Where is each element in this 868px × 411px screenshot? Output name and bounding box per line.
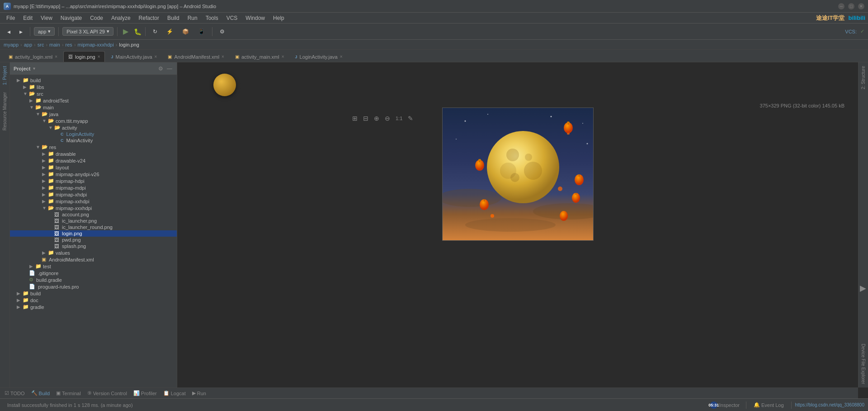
back-nav-button[interactable]: ◂ <box>4 27 14 37</box>
gear-icon[interactable]: ⚙ <box>157 65 164 73</box>
tab-close-login-png[interactable]: × <box>98 54 100 59</box>
tree-item-build-gradle[interactable]: ⚙ build.gradle <box>10 276 177 283</box>
todo-button[interactable]: ☑ TODO <box>2 389 28 397</box>
menu-run[interactable]: Run <box>184 14 201 22</box>
tree-item-mipmap-xhdpi[interactable]: ▶ 📁 mipmap-xhdpi <box>10 191 177 198</box>
minimize-button[interactable]: ─ <box>838 3 844 9</box>
project-chevron-icon[interactable]: ▾ <box>33 66 35 71</box>
close-button[interactable]: ✕ <box>858 3 864 9</box>
zoom-out-button[interactable]: ⊖ <box>383 114 392 123</box>
app-selector[interactable]: app ▾ <box>34 27 55 36</box>
tree-item-account-png[interactable]: 🖼 account.png <box>10 211 177 218</box>
tree-item-androidmanifest-xml[interactable]: ▣ AndroidManifest.xml <box>10 256 177 263</box>
tree-item-ic-launcher[interactable]: 🖼 ic_launcher.png <box>10 218 177 224</box>
menu-navigate[interactable]: Navigate <box>57 14 85 22</box>
tree-item-java[interactable]: ▼ 📂 java <box>10 111 177 117</box>
tree-item-build-root[interactable]: ▶ 📁 build <box>10 77 177 84</box>
menu-edit[interactable]: Edit <box>19 14 36 22</box>
url-link[interactable]: https://blog.csdn.net/qq_33608800 <box>795 402 864 407</box>
profile-button[interactable]: ⚡ <box>163 27 177 36</box>
tree-item-drawable-v24[interactable]: ▶ 📁 drawable-v24 <box>10 157 177 164</box>
tree-item-activity[interactable]: ▼ 📂 activity <box>10 124 177 131</box>
terminal-button[interactable]: ▣ Terminal <box>53 389 84 397</box>
grid-button[interactable]: ⊟ <box>361 114 370 123</box>
device-file-explorer-tab[interactable]: Device File Explorer <box>859 340 867 388</box>
tree-item-main[interactable]: ▼ 📂 main <box>10 104 177 111</box>
menu-tools[interactable]: Tools <box>202 14 222 22</box>
tree-item-gitignore[interactable]: 📄 .gitignore <box>10 270 177 276</box>
tree-item-doc[interactable]: ▶ 📁 doc <box>10 297 177 304</box>
menu-window[interactable]: Window <box>242 14 269 22</box>
tree-item-test[interactable]: ▶ 📁 test <box>10 263 177 270</box>
breadcrumb-src[interactable]: src <box>38 42 44 47</box>
tree-item-build2[interactable]: ▶ 📁 build <box>10 290 177 297</box>
tab-close-loginactivity[interactable]: × <box>340 54 343 59</box>
tree-item-login-png[interactable]: 🖼 login.png <box>10 230 177 237</box>
menu-refactor[interactable]: Refactor <box>135 14 163 22</box>
tree-item-mainactivity[interactable]: C MainActivity <box>10 137 177 144</box>
breadcrumb-res[interactable]: res <box>66 42 72 47</box>
tab-loginactivity-java[interactable]: J LoginActivity.java × <box>290 51 348 62</box>
tree-item-splash-png[interactable]: 🖼 splash.png <box>10 243 177 249</box>
tab-close-activity-main[interactable]: × <box>282 54 284 59</box>
tree-item-res[interactable]: ▼ 📂 res <box>10 144 177 150</box>
tab-close-androidmanifest[interactable]: × <box>222 54 224 59</box>
settings-button[interactable]: ⚙ <box>216 27 228 36</box>
menu-vcs[interactable]: VCS <box>223 14 241 22</box>
sync-button[interactable]: ↻ <box>149 27 161 36</box>
breadcrumb-mipmap-xxxhdpi[interactable]: mipmap-xxxhdpi <box>78 42 114 47</box>
build-button[interactable]: 🔨 Build <box>28 389 52 397</box>
fit-window-button[interactable]: ⊞ <box>350 114 359 123</box>
tree-item-drawable[interactable]: ▶ 📁 drawable <box>10 150 177 157</box>
debug-button[interactable]: 🐛 <box>134 28 142 35</box>
tab-close-mainactivity[interactable]: × <box>155 54 157 59</box>
menu-build[interactable]: Build <box>164 14 183 22</box>
tab-mainactivity-java[interactable]: J MainActivity.java × <box>106 51 162 62</box>
project-panel-tab[interactable]: 1: Project <box>0 62 9 89</box>
tree-item-mipmap-xxxhdpi[interactable]: ▼ 📂 mipmap-xxxhdpi <box>10 205 177 211</box>
event-log-button[interactable]: 🔔 Event Log <box>750 401 788 409</box>
breadcrumb-main[interactable]: main <box>49 42 60 47</box>
menu-help[interactable]: Help <box>269 14 288 22</box>
menu-view[interactable]: View <box>37 14 56 22</box>
tree-item-mipmap-anydpi[interactable]: ▶ 📁 mipmap-anydpi-v26 <box>10 171 177 177</box>
menu-analyze[interactable]: Analyze <box>108 14 134 22</box>
tree-item-layout[interactable]: ▶ 📁 layout <box>10 164 177 171</box>
resource-manager-tab[interactable]: Resource Manager <box>0 89 9 134</box>
tree-item-gradle[interactable]: ▶ 📁 gradle <box>10 304 177 310</box>
forward-nav-button[interactable]: ▸ <box>16 27 26 37</box>
tree-item-values[interactable]: ▶ 📁 values <box>10 249 177 256</box>
menu-file[interactable]: File <box>3 14 19 22</box>
tree-item-proguard[interactable]: 📄 proguard-rules.pro <box>10 283 177 290</box>
breadcrumb-myapp[interactable]: myapp <box>4 42 19 47</box>
tree-item-comttitmyapp[interactable]: ▼ 📂 com.ttit.myapp <box>10 117 177 124</box>
run-button[interactable]: ▶ <box>121 26 130 37</box>
tree-item-pwd-png[interactable]: 🖼 pwd.png <box>10 237 177 243</box>
avd-manager-button[interactable]: 📱 <box>194 27 208 36</box>
logcat-button[interactable]: 📋 Logcat <box>160 389 189 397</box>
tree-item-mipmap-hdpi[interactable]: ▶ 📁 mipmap-hdpi <box>10 177 177 184</box>
tab-activity-login[interactable]: ▣ activity_login.xml × <box>4 51 62 62</box>
edit-button[interactable]: ✎ <box>406 114 415 123</box>
tree-item-libs[interactable]: ▶ 📁 libs <box>10 84 177 90</box>
zoom-in-button[interactable]: ⊕ <box>372 114 381 123</box>
tree-item-mipmap-xxhdpi[interactable]: ▶ 📁 mipmap-xxhdpi <box>10 198 177 205</box>
menu-code[interactable]: Code <box>86 14 107 22</box>
tree-item-androidtest[interactable]: ▶ 📁 androidTest <box>10 97 177 104</box>
device-selector[interactable]: Pixel 3 XL API 29 ▾ <box>62 27 113 36</box>
sdk-manager-button[interactable]: 📦 <box>179 27 193 36</box>
profiler-button[interactable]: 📊 Profiler <box>131 389 160 397</box>
run-tool-button[interactable]: ▶ Run <box>189 389 209 397</box>
hide-icon[interactable]: — <box>166 65 173 73</box>
tab-close-activity-login[interactable]: × <box>55 54 57 59</box>
inspector-button[interactable]: 05:31 Inspector <box>708 401 742 410</box>
tab-login-png[interactable]: 🖼 login.png × <box>63 51 105 62</box>
tree-item-ic-launcher-round[interactable]: 🖼 ic_launcher_round.png <box>10 224 177 230</box>
tab-activity-main-xml[interactable]: ▣ activity_main.xml × <box>230 51 289 62</box>
tree-item-loginactivity[interactable]: C LoginActivity <box>10 131 177 137</box>
version-control-button[interactable]: ⑨ Version Control <box>85 389 130 397</box>
tree-item-mipmap-mdpi[interactable]: ▶ 📁 mipmap-mdpi <box>10 184 177 191</box>
breadcrumb-app[interactable]: app <box>24 42 32 47</box>
tree-item-src[interactable]: ▼ 📂 src <box>10 90 177 97</box>
tab-androidmanifest[interactable]: ▣ AndroidManifest.xml × <box>163 51 229 62</box>
